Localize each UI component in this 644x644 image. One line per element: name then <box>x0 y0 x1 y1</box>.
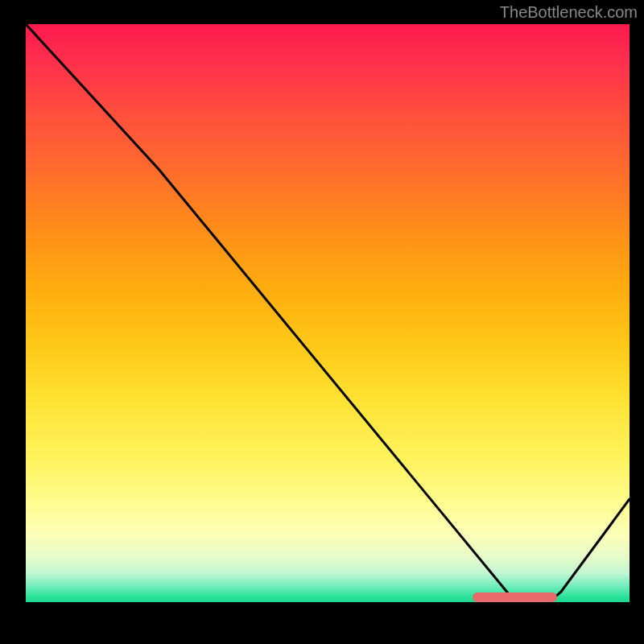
bottleneck-curve <box>26 24 630 602</box>
optimal-range-marker <box>473 592 557 602</box>
curve-path <box>26 24 630 602</box>
watermark-text: TheBottleneck.com <box>500 3 638 22</box>
plot-area <box>26 24 630 602</box>
